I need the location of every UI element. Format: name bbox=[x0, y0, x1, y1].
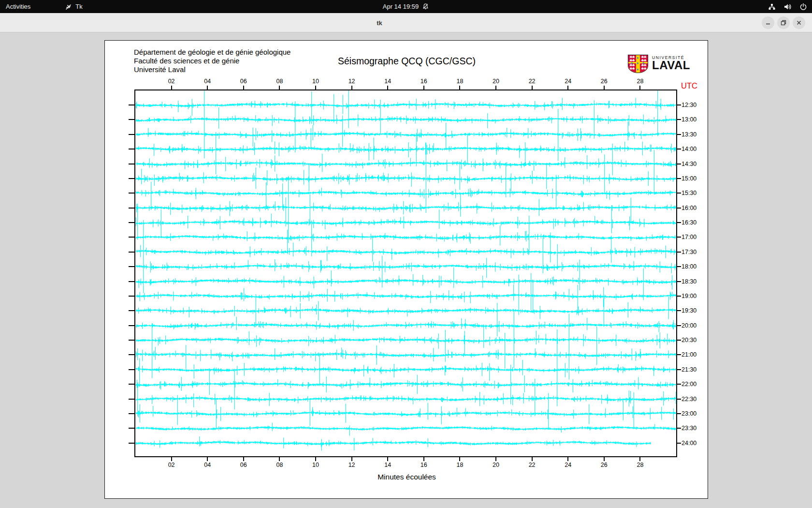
y-tick-left bbox=[129, 296, 134, 297]
logo-laval-text: LAVAL bbox=[652, 60, 690, 71]
y-tick-left bbox=[129, 384, 134, 385]
x-tick-top bbox=[171, 86, 172, 90]
x-tick-bottom bbox=[495, 457, 496, 461]
y-tick-right bbox=[677, 296, 681, 297]
y-tick-left bbox=[129, 354, 134, 355]
utc-row-label: 20:00 bbox=[682, 322, 696, 329]
x-tick-top bbox=[279, 86, 280, 90]
y-tick-right bbox=[677, 237, 681, 238]
x-tick-label-bottom: 04 bbox=[204, 462, 211, 468]
utc-row-label: 14:00 bbox=[682, 146, 696, 152]
utc-row-label: 16:30 bbox=[682, 219, 696, 226]
x-tick-label-bottom: 08 bbox=[276, 462, 283, 468]
y-tick-right bbox=[677, 266, 681, 267]
y-tick-right bbox=[677, 428, 681, 429]
utc-row-label: 19:00 bbox=[682, 293, 696, 299]
y-tick-left bbox=[129, 443, 134, 444]
x-tick-label-bottom: 24 bbox=[565, 462, 571, 468]
y-tick-left bbox=[129, 237, 134, 238]
x-tick-label-top: 06 bbox=[240, 78, 247, 85]
x-tick-top bbox=[639, 86, 640, 90]
utc-row-label: 12:30 bbox=[682, 102, 696, 108]
y-tick-right bbox=[677, 413, 681, 414]
utc-row-label: 15:00 bbox=[682, 175, 696, 182]
universite-laval-logo: ♣♣♣♣ ♣♣♣♣ ♣♣♣♣ ♣♣♣♣ ♦ ♦ ♦ ♦ ♦ UNIVERSITÉ… bbox=[628, 54, 700, 75]
x-tick-label-bottom: 16 bbox=[420, 462, 427, 468]
x-tick-bottom bbox=[171, 457, 172, 461]
x-tick-label-bottom: 12 bbox=[348, 462, 355, 468]
utc-row-label: 17:30 bbox=[682, 249, 696, 255]
y-tick-right bbox=[677, 310, 681, 311]
utc-row-label: 15:30 bbox=[682, 190, 696, 196]
y-tick-left bbox=[129, 178, 134, 179]
xaxis-title: Minutes écoulées bbox=[105, 473, 709, 481]
y-tick-right bbox=[677, 208, 681, 209]
window-title: tk bbox=[0, 13, 759, 32]
volume-icon[interactable] bbox=[783, 3, 792, 11]
y-tick-right bbox=[677, 325, 681, 326]
x-tick-label-top: 22 bbox=[529, 78, 536, 85]
y-tick-right bbox=[677, 281, 681, 282]
y-tick-left bbox=[129, 164, 134, 164]
close-button[interactable] bbox=[793, 16, 805, 29]
y-tick-right bbox=[677, 252, 681, 253]
y-tick-left bbox=[129, 428, 134, 429]
network-wired-icon[interactable] bbox=[768, 3, 776, 11]
laval-shield-icon: ♣♣♣♣ ♣♣♣♣ ♣♣♣♣ ♣♣♣♣ ♦ ♦ ♦ ♦ ♦ bbox=[628, 55, 648, 73]
utc-row-label: 18:30 bbox=[682, 278, 696, 285]
utc-row-label: 23:00 bbox=[682, 410, 696, 417]
x-tick-label-bottom: 14 bbox=[384, 462, 391, 468]
utc-row-label: 17:00 bbox=[682, 234, 696, 240]
x-tick-top bbox=[495, 86, 496, 90]
y-tick-right bbox=[677, 178, 681, 179]
minimize-button[interactable] bbox=[762, 16, 774, 29]
plot-frame bbox=[134, 90, 677, 457]
power-icon[interactable] bbox=[799, 3, 807, 11]
utc-row-label: 16:00 bbox=[682, 205, 696, 211]
x-tick-top bbox=[243, 86, 244, 90]
x-tick-label-bottom: 06 bbox=[240, 462, 247, 468]
utc-row-label: 18:00 bbox=[682, 263, 696, 270]
x-tick-label-top: 04 bbox=[204, 78, 211, 85]
x-tick-top bbox=[387, 86, 388, 90]
y-tick-left bbox=[129, 369, 134, 370]
x-tick-bottom bbox=[604, 457, 605, 461]
x-tick-top bbox=[315, 86, 316, 90]
seismogram-canvas bbox=[135, 90, 676, 456]
x-tick-label-top: 08 bbox=[276, 78, 283, 85]
utc-row-label: 23:30 bbox=[682, 425, 696, 432]
y-tick-right bbox=[677, 369, 681, 370]
y-tick-left bbox=[129, 149, 134, 149]
x-tick-label-bottom: 22 bbox=[529, 462, 536, 468]
y-tick-right bbox=[677, 149, 681, 149]
x-tick-label-top: 16 bbox=[420, 78, 427, 85]
clock-text: Apr 14 19:59 bbox=[383, 3, 419, 10]
seismograph-canvas-area: Département de géologie et de génie géol… bbox=[104, 40, 708, 499]
x-tick-top bbox=[459, 86, 460, 90]
utc-row-label: 21:00 bbox=[682, 351, 696, 358]
window-titlebar: tk bbox=[0, 13, 812, 32]
utc-row-label: 19:30 bbox=[682, 307, 696, 314]
x-tick-label-bottom: 18 bbox=[456, 462, 463, 468]
utc-row-label: 22:30 bbox=[682, 396, 696, 403]
x-tick-label-bottom: 26 bbox=[601, 462, 608, 468]
x-tick-label-bottom: 28 bbox=[637, 462, 643, 468]
y-tick-left bbox=[129, 134, 134, 135]
y-tick-left bbox=[129, 266, 134, 267]
x-tick-label-top: 02 bbox=[168, 78, 175, 85]
utc-row-label: 14:30 bbox=[682, 161, 696, 167]
maximize-button[interactable] bbox=[777, 16, 790, 29]
x-tick-label-bottom: 10 bbox=[312, 462, 319, 468]
x-tick-bottom bbox=[279, 457, 280, 461]
gnome-top-bar: Activities Tk Apr 14 19:59 bbox=[0, 0, 812, 13]
tk-window-body: Département de géologie et de génie géol… bbox=[0, 32, 812, 508]
clock-menu[interactable]: Apr 14 19:59 bbox=[377, 0, 435, 13]
x-tick-label-top: 20 bbox=[493, 78, 499, 85]
y-tick-left bbox=[129, 222, 134, 223]
x-tick-top bbox=[207, 86, 208, 90]
y-tick-right bbox=[677, 399, 681, 400]
utc-row-label: 22:00 bbox=[682, 381, 696, 388]
x-tick-label-top: 24 bbox=[565, 78, 571, 85]
x-tick-top bbox=[351, 86, 352, 90]
x-tick-label-top: 26 bbox=[601, 78, 608, 85]
